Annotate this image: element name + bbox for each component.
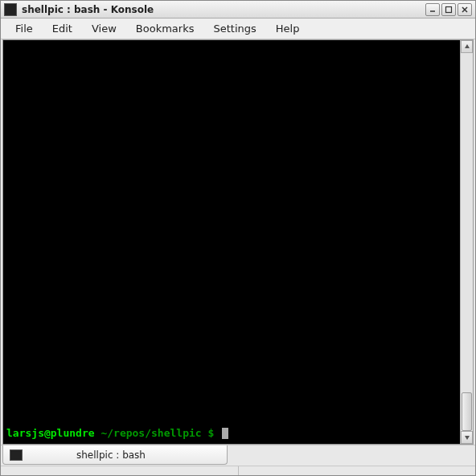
svg-marker-5 — [465, 436, 470, 440]
prompt-path: ~/repos/shellpic — [101, 427, 201, 439]
tab-label: shellpic : bash — [27, 449, 195, 461]
svg-marker-4 — [465, 44, 470, 48]
menu-settings[interactable]: Settings — [203, 19, 265, 38]
terminal[interactable]: larsjs@plundre ~/repos/shellpic $ — [3, 40, 460, 444]
scroll-up-button[interactable] — [461, 40, 473, 53]
scroll-track[interactable] — [461, 53, 473, 431]
cursor — [222, 428, 228, 439]
scroll-thumb[interactable] — [462, 392, 472, 431]
menu-edit[interactable]: Edit — [43, 19, 82, 38]
window-title: shellpic : bash - Konsole — [20, 4, 422, 15]
menu-help[interactable]: Help — [266, 19, 310, 38]
terminal-area: larsjs@plundre ~/repos/shellpic $ — [2, 39, 474, 445]
prompt-user-host: larsjs@plundre — [6, 427, 95, 439]
statusbar — [1, 466, 475, 475]
titlebar[interactable]: shellpic : bash - Konsole — [1, 1, 475, 18]
scroll-down-button[interactable] — [461, 431, 473, 444]
scrollbar — [460, 40, 473, 444]
prompt-line: larsjs@plundre ~/repos/shellpic $ — [6, 427, 228, 439]
tabbar: shellpic : bash — [1, 445, 475, 466]
menu-bookmarks[interactable]: Bookmarks — [126, 19, 204, 38]
terminal-icon — [10, 449, 23, 461]
app-icon — [4, 3, 17, 16]
prompt-symbol: $ — [207, 427, 214, 439]
tab-shellpic-bash[interactable]: shellpic : bash — [2, 445, 228, 465]
close-button[interactable] — [458, 3, 472, 16]
svg-rect-1 — [446, 6, 452, 12]
konsole-window: shellpic : bash - Konsole File Edit View… — [0, 0, 476, 476]
maximize-button[interactable] — [441, 3, 456, 16]
menu-view[interactable]: View — [82, 19, 126, 38]
window-controls — [425, 3, 472, 16]
statusbar-separator — [238, 466, 239, 475]
minimize-button[interactable] — [425, 3, 440, 16]
menu-file[interactable]: File — [6, 19, 43, 38]
menubar: File Edit View Bookmarks Settings Help — [1, 18, 475, 39]
